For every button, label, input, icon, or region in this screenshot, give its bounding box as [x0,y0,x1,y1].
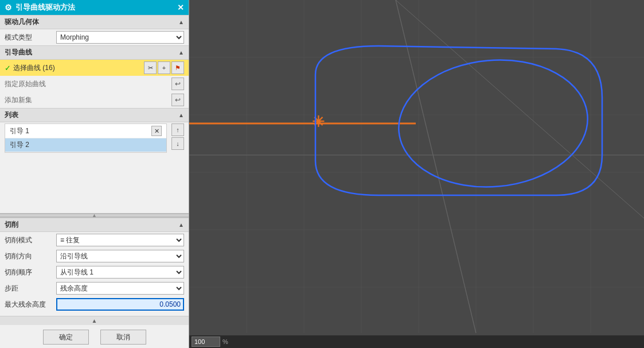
delete-item-1-button[interactable]: ✕ [151,126,162,136]
cut-section-header[interactable]: 切削 ▲ [0,218,189,232]
curve-buttons: ✂ + ⚑ [144,61,184,74]
drive-geometry-chevron: ▲ [178,19,184,25]
selected-curve-row[interactable]: ✓ 选择曲线 (16) ✂ + ⚑ [0,60,189,76]
list-area: 引导 1 ✕ 引导 2 ↑ ↓ [0,122,189,154]
flag-button[interactable]: ⚑ [171,61,184,74]
left-panel: ⚙ 引导曲线驱动方法 ✕ 驱动几何体 ▲ 模式类型 Morphing 引导曲线 … [0,0,189,348]
cut-order-select[interactable]: 从引导线 1 [56,266,184,279]
viewport-grid: ✳ [189,0,644,348]
spacer [0,154,189,213]
footer-buttons: 确定 取消 [0,325,189,348]
list-item-active[interactable]: 引导 2 [5,138,166,152]
down-button[interactable]: ↓ [171,137,184,150]
cut-mode-row: 切削模式 ≡ 往复 [0,232,189,248]
divider[interactable]: ▲ [0,213,189,218]
cut-direction-select[interactable]: 沿引导线 [56,250,184,262]
list-label: 列表 [5,110,18,120]
cut-chevron: ▲ [178,222,184,228]
mode-type-control: Morphing [56,31,184,44]
list-item-1-label: 引导 1 [10,126,151,136]
specify-source-label: 指定原始曲线 [5,79,46,89]
specify-source-arrow[interactable]: ↩ [171,78,184,90]
max-residual-label: 最大残余高度 [5,300,56,310]
cut-order-row: 切削顺序 从引导线 1 [0,264,189,280]
title-icon: ⚙ [5,3,12,12]
plus-button[interactable]: + [158,61,170,74]
step-label: 步距 [5,284,56,293]
cut-label: 切削 [5,220,18,230]
list-header[interactable]: 列表 ▲ [0,108,189,122]
cut-mode-label: 切削模式 [5,235,56,245]
step-row: 步距 残余高度 [0,280,189,296]
bottom-input[interactable] [192,337,220,347]
title-bar: ⚙ 引导曲线驱动方法 ✕ [0,0,189,15]
close-button[interactable]: ✕ [177,3,184,12]
bottom-divider-arrow: ▲ [92,318,97,324]
bottom-bar: % [189,335,644,348]
mode-type-select[interactable]: Morphing [56,31,184,44]
drive-geometry-label: 驱动几何体 [5,17,39,27]
check-icon: ✓ [5,64,11,72]
bottom-divider[interactable]: ▲ [0,316,189,325]
list-chevron: ▲ [178,112,184,118]
list-side-buttons: ↑ ↓ [171,123,184,153]
mode-type-label: 模式类型 [5,33,56,42]
step-select[interactable]: 残余高度 [56,282,184,295]
specify-source-row: 指定原始曲线 ↩ [0,76,189,92]
cut-direction-control: 沿引导线 [56,250,184,262]
guide-curve-header[interactable]: 引导曲线 ▲ [0,45,189,60]
scissors-button[interactable]: ✂ [144,61,157,74]
window-title: 引导曲线驱动方法 [15,2,75,13]
max-residual-control [56,298,184,311]
cut-direction-row: 切削方向 沿引导线 [0,248,189,264]
cut-direction-label: 切削方向 [5,252,56,261]
max-residual-row: 最大残余高度 [0,296,189,312]
cut-mode-control: ≡ 往复 [56,234,184,246]
max-residual-input[interactable] [56,298,184,311]
cancel-button[interactable]: 取消 [100,330,146,345]
svg-text:✳: ✳ [312,113,325,130]
up-button[interactable]: ↑ [171,123,184,136]
drive-geometry-header[interactable]: 驱动几何体 ▲ [0,15,189,29]
cut-order-label: 切削顺序 [5,268,56,277]
bottom-percent: % [223,338,228,345]
cut-mode-select[interactable]: ≡ 往复 [56,234,184,246]
guide-curve-chevron: ▲ [178,49,184,56]
mode-type-row: 模式类型 Morphing [0,29,189,45]
guide-curve-label: 引导曲线 [5,48,32,57]
ok-button[interactable]: 确定 [43,330,89,345]
add-new-label: 添加新集 [5,95,32,105]
add-new-arrow[interactable]: ↩ [171,94,184,106]
list-items: 引导 1 ✕ 引导 2 [5,123,167,153]
add-new-row: 添加新集 ↩ [0,92,189,108]
list-item[interactable]: 引导 1 ✕ [5,124,166,138]
selected-curve-label: 选择曲线 (16) [13,63,144,73]
list-item-2-label: 引导 2 [10,140,162,150]
step-control: 残余高度 [56,282,184,295]
viewport: ✳ UC爱好者论坛@zdp215 % [189,0,644,348]
cut-order-control: 从引导线 1 [56,266,184,279]
